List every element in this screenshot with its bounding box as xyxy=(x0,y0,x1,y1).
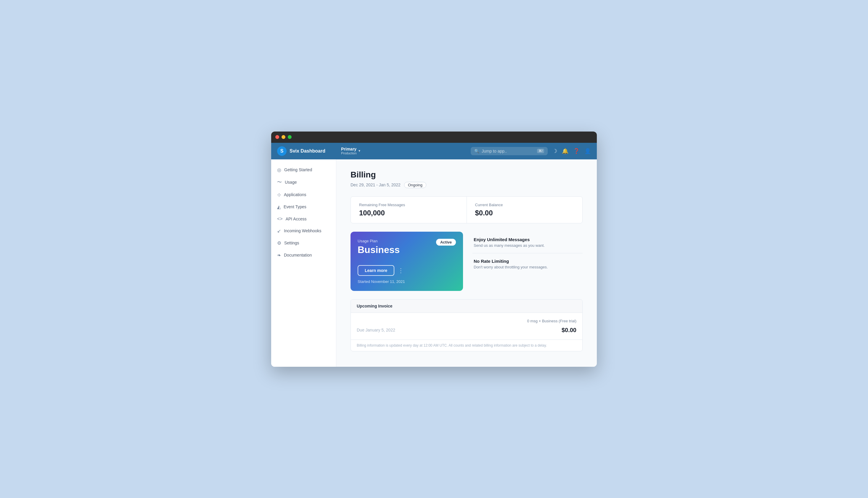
feature-title-2: No Rate Limiting xyxy=(474,259,581,264)
plan-label: Usage Plan xyxy=(357,239,400,243)
minimize-button[interactable] xyxy=(282,135,285,139)
feature-no-rate-limiting: No Rate Limiting Don't worry about throt… xyxy=(473,253,583,275)
plan-name: Business xyxy=(357,245,400,255)
env-name: Primary xyxy=(341,147,357,152)
invoice-header: Upcoming Invoice xyxy=(351,300,582,313)
status-badge: Ongoing xyxy=(404,182,426,188)
plan-started: Started November 11, 2021 xyxy=(357,279,456,284)
sidebar-item-label: Applications xyxy=(284,192,307,197)
feature-unlimited-messages: Enjoy Unlimited Messages Send us as many… xyxy=(473,232,583,253)
sidebar-item-label: Settings xyxy=(284,240,299,245)
topnav: S Svix Dashboard Primary Production ▾ 🔍 … xyxy=(271,143,597,159)
app-name: Svix Dashboard xyxy=(289,148,325,154)
plan-features: Enjoy Unlimited Messages Send us as many… xyxy=(473,232,583,291)
sidebar: ◎ Getting Started 〜 Usage ⊹ Applications… xyxy=(271,159,336,367)
invoice-line-item-row: 0 msg × Business (Free trial) xyxy=(357,319,577,323)
plan-section: Usage Plan Business Active Learn more ⋮ … xyxy=(351,232,583,291)
sidebar-item-applications[interactable]: ⊹ Applications xyxy=(271,189,336,200)
feature-title-1: Enjoy Unlimited Messages xyxy=(474,237,581,242)
search-placeholder: Jump to app.. xyxy=(482,149,507,154)
invoice-footer: Billing information is updated every day… xyxy=(351,340,582,351)
plan-info: Usage Plan Business xyxy=(357,239,400,255)
stat-block-free-messages: Remaining Free Messages 100,000 xyxy=(351,197,466,223)
settings-icon: ⚙ xyxy=(277,240,281,246)
plan-card-footer: Learn more ⋮ xyxy=(357,265,456,276)
plan-card-header: Usage Plan Business Active xyxy=(357,239,456,255)
sidebar-item-api-access[interactable]: <> API Access xyxy=(271,213,336,225)
sidebar-item-event-types[interactable]: ◭ Event Types xyxy=(271,201,336,213)
invoice-line-item: 0 msg × Business (Free trial) xyxy=(357,319,577,323)
topnav-icons: ☽ 🔔 ❓ 👤 xyxy=(553,148,591,154)
learn-more-button[interactable]: Learn more xyxy=(357,265,394,276)
feature-desc-1: Send us as many messages as you want. xyxy=(474,243,581,248)
invoice-body: 0 msg × Business (Free trial) Due Januar… xyxy=(351,313,582,340)
invoice-section: Upcoming Invoice 0 msg × Business (Free … xyxy=(351,299,583,351)
feature-desc-2: Don't worry about throttling your messag… xyxy=(474,265,581,269)
stat-label-free-messages: Remaining Free Messages xyxy=(359,202,458,207)
sidebar-item-settings[interactable]: ⚙ Settings xyxy=(271,237,336,249)
user-icon[interactable]: 👤 xyxy=(584,148,591,154)
more-options-icon[interactable]: ⋮ xyxy=(398,267,404,274)
sidebar-item-getting-started[interactable]: ◎ Getting Started xyxy=(271,164,336,176)
help-icon[interactable]: ❓ xyxy=(573,148,580,154)
logo-icon: S xyxy=(277,146,287,156)
billing-meta: Dec 29, 2021 - Jan 5, 2022 Ongoing xyxy=(351,182,583,188)
sidebar-item-label: Event Types xyxy=(284,205,307,209)
applications-icon: ⊹ xyxy=(277,192,281,198)
sidebar-item-label: Documentation xyxy=(284,253,312,258)
plan-card: Usage Plan Business Active Learn more ⋮ … xyxy=(351,232,463,291)
invoice-amount: $0.00 xyxy=(561,327,577,333)
maximize-button[interactable] xyxy=(288,135,291,139)
logo-area: S Svix Dashboard xyxy=(277,146,336,156)
documentation-icon: ❧ xyxy=(277,252,281,258)
billing-date: Dec 29, 2021 - Jan 5, 2022 xyxy=(351,183,401,187)
content: Billing Dec 29, 2021 - Jan 5, 2022 Ongoi… xyxy=(336,159,597,367)
stat-label-balance: Current Balance xyxy=(475,202,574,207)
titlebar xyxy=(271,132,597,143)
sidebar-item-label: Incoming Webhooks xyxy=(284,228,322,233)
env-sub: Production xyxy=(341,152,357,155)
sidebar-item-incoming-webhooks[interactable]: ↙ Incoming Webhooks xyxy=(271,225,336,237)
notifications-icon[interactable]: 🔔 xyxy=(562,148,568,154)
usage-icon: 〜 xyxy=(277,179,282,185)
event-types-icon: ◭ xyxy=(277,204,281,210)
page-title: Billing xyxy=(351,170,583,180)
stat-value-free-messages: 100,000 xyxy=(359,209,458,217)
close-button[interactable] xyxy=(275,135,279,139)
invoice-total-row: Due January 5, 2022 $0.00 xyxy=(357,327,577,333)
incoming-webhooks-icon: ↙ xyxy=(277,228,281,234)
search-bar[interactable]: 🔍 Jump to app.. ⌘/ xyxy=(471,147,548,155)
stats-row: Remaining Free Messages 100,000 Current … xyxy=(351,196,583,223)
active-badge: Active xyxy=(436,239,456,246)
stat-block-balance: Current Balance $0.00 xyxy=(466,197,583,223)
sidebar-item-label: API Access xyxy=(286,217,307,221)
getting-started-icon: ◎ xyxy=(277,167,281,173)
sidebar-item-usage[interactable]: 〜 Usage xyxy=(271,176,336,188)
env-selector[interactable]: Primary Production ▾ xyxy=(341,147,360,156)
invoice-due-date: Due January 5, 2022 xyxy=(357,328,395,332)
api-access-icon: <> xyxy=(277,216,283,222)
sidebar-item-documentation[interactable]: ❧ Documentation xyxy=(271,249,336,261)
chevron-down-icon: ▾ xyxy=(358,149,360,153)
search-kbd: ⌘/ xyxy=(537,149,544,153)
sidebar-item-label: Usage xyxy=(285,180,297,185)
sidebar-item-label: Getting Started xyxy=(284,167,312,172)
search-icon: 🔍 xyxy=(474,149,479,154)
dark-mode-icon[interactable]: ☽ xyxy=(553,148,557,154)
stat-value-balance: $0.00 xyxy=(475,209,574,217)
